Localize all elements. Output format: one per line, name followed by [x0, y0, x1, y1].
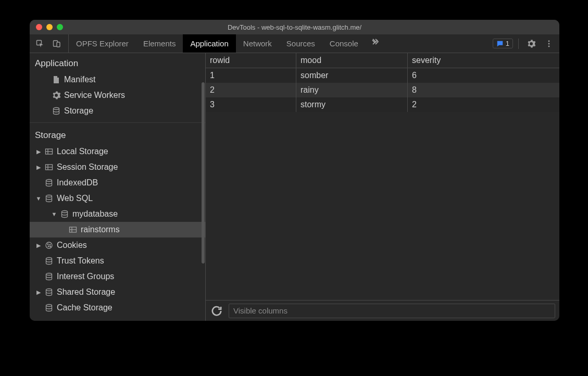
svg-point-21	[49, 244, 51, 245]
svg-point-5	[548, 45, 550, 47]
close-window-button[interactable]	[36, 24, 42, 30]
svg-point-4	[548, 43, 550, 44]
inspect-element-button[interactable]	[33, 36, 47, 51]
issues-count: 1	[506, 40, 509, 47]
svg-point-26	[46, 289, 52, 291]
sidebar-item-session-storage[interactable]: ▶ Session Storage	[30, 159, 205, 175]
col-header-rowid[interactable]: rowid	[206, 53, 296, 68]
collapse-arrow-icon: ▼	[36, 195, 41, 202]
tab-application[interactable]: Application	[183, 34, 235, 53]
svg-point-15	[62, 211, 68, 213]
sidebar-item-trust-tokens[interactable]: ▶ Trust Tokens	[30, 253, 205, 269]
database-icon	[44, 256, 54, 266]
sidebar-item-web-sql[interactable]: ▼ Web SQL	[30, 191, 205, 206]
expand-arrow-icon: ▶	[36, 148, 41, 155]
sidebar-item-label: IndexedDB	[57, 178, 98, 187]
database-icon	[44, 178, 54, 187]
svg-point-22	[48, 246, 49, 247]
sidebar-item-rainstorms[interactable]: rainstorms	[30, 222, 205, 237]
sidebar-item-label: Session Storage	[57, 162, 118, 172]
database-icon	[52, 106, 61, 116]
svg-point-13	[46, 180, 52, 182]
svg-point-23	[50, 246, 51, 247]
sidebar-item-label: Trust Tokens	[57, 256, 104, 266]
database-icon	[44, 194, 54, 203]
tab-network[interactable]: Network	[236, 34, 279, 53]
sidebar-item-label: mydatabase	[72, 209, 118, 219]
svg-point-19	[46, 242, 52, 248]
svg-point-27	[46, 305, 52, 307]
table-header-row: rowid mood severity	[206, 53, 559, 68]
sidebar-item-label: Service Workers	[64, 91, 125, 100]
tab-elements[interactable]: Elements	[136, 34, 183, 53]
maximize-window-button[interactable]	[57, 24, 63, 30]
sidebar-item-label: Local Storage	[57, 147, 108, 156]
sidebar-item-mydatabase[interactable]: ▼ mydatabase	[30, 206, 205, 222]
table-row[interactable]: 1 somber 6	[206, 68, 559, 83]
sidebar-item-label: rainstorms	[81, 225, 120, 234]
sidebar-item-shared-storage[interactable]: ▶ Shared Storage	[30, 284, 205, 300]
more-tabs-button[interactable]	[368, 34, 382, 49]
refresh-icon	[210, 304, 223, 318]
sidebar-item-indexeddb[interactable]: ▶ IndexedDB	[30, 175, 205, 191]
sidebar-item-label: Shared Storage	[57, 287, 115, 297]
table-body: 1 somber 6 2 rainy 8 3 stormy 2	[206, 68, 559, 300]
svg-point-3	[548, 40, 550, 42]
sidebar-item-label: Cookies	[57, 241, 87, 250]
sidebar-item-interest-groups[interactable]: ▶ Interest Groups	[30, 269, 205, 284]
data-table: rowid mood severity 1 somber 6 2 rainy 8	[206, 53, 559, 300]
refresh-button[interactable]	[210, 304, 223, 318]
cookie-icon	[44, 241, 54, 250]
traffic-lights	[36, 24, 63, 30]
cell-mood: somber	[296, 68, 408, 83]
database-icon	[60, 209, 69, 219]
tab-console[interactable]: Console	[322, 34, 366, 53]
cell-severity: 2	[408, 97, 559, 112]
settings-button[interactable]	[524, 36, 539, 51]
col-header-mood[interactable]: mood	[296, 53, 408, 68]
table-row[interactable]: 3 stormy 2	[206, 97, 559, 112]
gear-icon	[527, 40, 535, 48]
svg-point-24	[46, 258, 52, 260]
table-row[interactable]: 2 rainy 8	[206, 83, 559, 97]
database-icon	[44, 287, 54, 297]
svg-point-14	[46, 195, 52, 197]
window-title: DevTools - web-sql-to-sqlite-wasm.glitch…	[30, 23, 559, 31]
tab-opfs-explorer[interactable]: OPFS Explorer	[69, 34, 136, 53]
sidebar-item-label: Interest Groups	[57, 272, 114, 281]
minimize-window-button[interactable]	[46, 24, 53, 30]
toolbar-divider	[518, 39, 519, 49]
section-storage-header: Storage	[30, 125, 205, 144]
sidebar-item-local-storage[interactable]: ▶ Local Storage	[30, 144, 205, 159]
application-sidebar: Application ▶ Manifest ▶ Service Workers…	[30, 53, 206, 321]
sidebar-item-manifest[interactable]: ▶ Manifest	[30, 72, 205, 87]
database-icon	[44, 272, 54, 281]
grid-icon	[44, 162, 54, 172]
devtools-window: DevTools - web-sql-to-sqlite-wasm.glitch…	[30, 20, 559, 321]
panel-body: Application ▶ Manifest ▶ Service Workers…	[30, 53, 559, 321]
issues-badge[interactable]: 1	[493, 39, 513, 48]
svg-point-25	[46, 273, 52, 275]
svg-point-6	[54, 108, 59, 110]
device-toolbar-button[interactable]	[49, 36, 64, 51]
visible-columns-input[interactable]	[229, 304, 555, 318]
cell-rowid: 1	[206, 68, 296, 83]
svg-rect-2	[57, 42, 60, 47]
more-options-button[interactable]	[542, 36, 556, 51]
grid-icon	[44, 147, 54, 156]
sidebar-item-label: Storage	[64, 106, 93, 116]
sidebar-item-storage[interactable]: ▶ Storage	[30, 103, 205, 119]
sidebar-scrollbar[interactable]	[202, 82, 205, 264]
svg-point-20	[47, 244, 48, 245]
file-icon	[52, 75, 61, 84]
expand-arrow-icon: ▶	[36, 242, 41, 249]
tab-sources[interactable]: Sources	[279, 34, 322, 53]
col-header-severity[interactable]: severity	[408, 53, 559, 68]
grid-icon	[68, 225, 78, 234]
sidebar-item-cache-storage[interactable]: ▶ Cache Storage	[30, 300, 205, 316]
chat-icon	[496, 40, 504, 47]
sidebar-item-cookies[interactable]: ▶ Cookies	[30, 237, 205, 253]
sidebar-item-service-workers[interactable]: ▶ Service Workers	[30, 87, 205, 103]
titlebar: DevTools - web-sql-to-sqlite-wasm.glitch…	[30, 20, 559, 34]
cell-severity: 6	[408, 68, 559, 83]
